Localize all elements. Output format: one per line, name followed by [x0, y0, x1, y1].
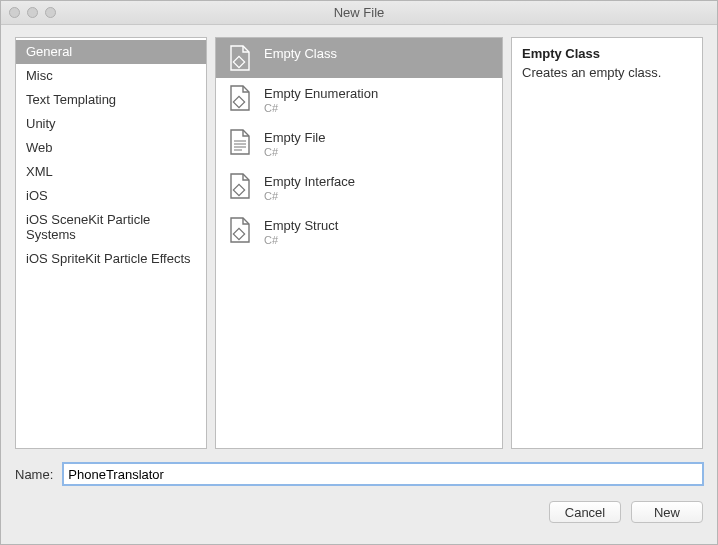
category-label: XML: [26, 164, 53, 179]
template-panel: Empty Class Empty Enumeration C# Empt: [215, 37, 503, 449]
dialog-buttons: Cancel New: [1, 485, 717, 535]
template-item-empty-enumeration[interactable]: Empty Enumeration C#: [216, 78, 502, 122]
category-item-general[interactable]: General: [16, 40, 206, 64]
category-panel: General Misc Text Templating Unity Web X…: [15, 37, 207, 449]
category-label: iOS SpriteKit Particle Effects: [26, 251, 191, 266]
category-item-web[interactable]: Web: [16, 136, 206, 160]
name-input[interactable]: [63, 463, 703, 485]
template-title: Empty File: [264, 130, 325, 146]
category-label: Misc: [26, 68, 53, 83]
svg-rect-0: [233, 56, 244, 67]
category-item-text-templating[interactable]: Text Templating: [16, 88, 206, 112]
description-title: Empty Class: [522, 46, 692, 61]
template-item-empty-file[interactable]: Empty File C#: [216, 122, 502, 166]
category-item-misc[interactable]: Misc: [16, 64, 206, 88]
category-label: iOS SceneKit Particle Systems: [26, 212, 150, 242]
template-title: Empty Struct: [264, 218, 338, 234]
class-file-icon: [226, 44, 254, 72]
name-label: Name:: [15, 467, 53, 482]
category-label: Web: [26, 140, 53, 155]
template-subtitle: C#: [264, 102, 378, 116]
new-button[interactable]: New: [631, 501, 703, 523]
category-label: Text Templating: [26, 92, 116, 107]
class-file-icon: [226, 172, 254, 200]
template-item-empty-interface[interactable]: Empty Interface C#: [216, 166, 502, 210]
template-title: Empty Interface: [264, 174, 355, 190]
class-file-icon: [226, 84, 254, 112]
category-item-xml[interactable]: XML: [16, 160, 206, 184]
name-row: Name:: [1, 449, 717, 485]
description-panel: Empty Class Creates an empty class.: [511, 37, 703, 449]
svg-rect-6: [233, 184, 244, 195]
template-title: Empty Class: [264, 46, 337, 62]
svg-rect-7: [233, 228, 244, 239]
cancel-button[interactable]: Cancel: [549, 501, 621, 523]
description-text: Creates an empty class.: [522, 65, 692, 80]
category-label: Unity: [26, 116, 56, 131]
text-file-icon: [226, 128, 254, 156]
category-label: iOS: [26, 188, 48, 203]
template-item-empty-class[interactable]: Empty Class: [216, 38, 502, 78]
category-item-ios-scenekit[interactable]: iOS SceneKit Particle Systems: [16, 208, 206, 247]
template-item-empty-struct[interactable]: Empty Struct C#: [216, 210, 502, 254]
titlebar: New File: [1, 1, 717, 25]
class-file-icon: [226, 216, 254, 244]
category-label: General: [26, 44, 72, 59]
svg-rect-1: [233, 96, 244, 107]
dialog-content: General Misc Text Templating Unity Web X…: [1, 25, 717, 449]
template-subtitle: C#: [264, 190, 355, 204]
category-item-ios-spritekit[interactable]: iOS SpriteKit Particle Effects: [16, 247, 206, 271]
template-title: Empty Enumeration: [264, 86, 378, 102]
template-subtitle: C#: [264, 146, 325, 160]
template-subtitle: C#: [264, 234, 338, 248]
window-title: New File: [1, 5, 717, 20]
category-item-ios[interactable]: iOS: [16, 184, 206, 208]
category-item-unity[interactable]: Unity: [16, 112, 206, 136]
